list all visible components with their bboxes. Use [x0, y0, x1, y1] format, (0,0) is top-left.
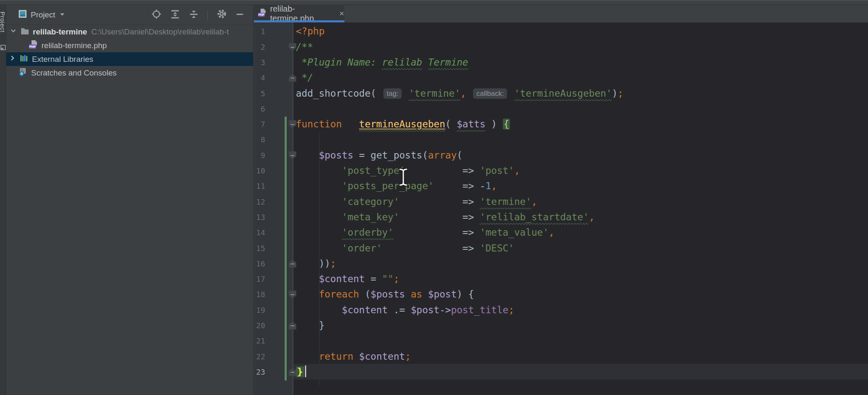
line-number[interactable]: 18	[254, 287, 265, 302]
tree-item-label: relilab-termine	[33, 27, 87, 37]
tool-window-stripe: Project	[0, 5, 6, 395]
line-number[interactable]: 16	[254, 256, 265, 271]
code-text: }	[296, 364, 306, 380]
line-number[interactable]: 15	[254, 241, 265, 256]
folder-icon	[20, 27, 29, 37]
code-line[interactable]: 8	[254, 132, 868, 147]
line-number[interactable]: 5	[254, 86, 265, 101]
line-number[interactable]: 10	[254, 163, 265, 178]
editor-tab-bar: PHP relilab-termine.php ✕	[254, 5, 868, 22]
fold-start-marker[interactable]: –	[289, 151, 296, 159]
code-line[interactable]: 21	[254, 333, 868, 349]
line-number[interactable]: 21	[254, 333, 265, 349]
line-number[interactable]: 4	[254, 70, 265, 85]
project-panel-title[interactable]: Project	[31, 10, 55, 20]
fold-start-marker[interactable]: –	[289, 120, 296, 128]
line-number[interactable]: 9	[254, 148, 265, 163]
svg-text:PHP: PHP	[258, 13, 265, 16]
code-line[interactable]: 16– ));	[254, 256, 868, 271]
chevron-down-icon[interactable]	[59, 11, 66, 19]
code-line[interactable]: 12 'category' => 'termine',	[254, 194, 868, 210]
code-line[interactable]: 23–}	[254, 364, 868, 380]
fold-start-marker[interactable]: –	[289, 290, 296, 298]
line-number[interactable]: 6	[254, 101, 265, 117]
code-line[interactable]: 10 'post_type' => 'post',	[254, 163, 868, 178]
project-tool-mini-icon[interactable]	[0, 45, 6, 50]
fold-end-marker[interactable]: –	[289, 260, 296, 268]
window-top-strip	[0, 0, 868, 5]
fold-end-marker[interactable]: –	[289, 74, 296, 82]
line-number[interactable]: 14	[254, 225, 265, 240]
settings-gear-icon[interactable]	[217, 9, 227, 21]
line-number[interactable]: 11	[254, 178, 265, 194]
code-line[interactable]: 3 *Plugin Name: relilab Termine	[254, 55, 868, 70]
code-line[interactable]: 13 'meta_key' => 'relilab_startdate',	[254, 210, 868, 225]
code-line[interactable]: 18– foreach ($posts as $post) {	[254, 287, 868, 302]
code-line[interactable]: 17 $content = "";	[254, 271, 868, 287]
code-line[interactable]: 15 'order' => 'DESC'	[254, 241, 868, 256]
code-text: $posts = get_posts(array(	[296, 148, 463, 163]
mouse-ibeam-cursor	[397, 168, 409, 188]
code-line[interactable]: 6	[254, 101, 868, 117]
project-tree: relilab-termine C:\Users\Daniel\Desktop\…	[6, 25, 253, 80]
editor-area: PHP relilab-termine.php ✕ 1<?php2–/**3 *…	[254, 5, 868, 395]
line-number[interactable]: 1	[254, 24, 265, 39]
code-line[interactable]: 19 $content .= $post->post_title;	[254, 302, 868, 318]
line-number[interactable]: 7	[254, 117, 265, 132]
code-line[interactable]: 22 return $content;	[254, 349, 868, 364]
hide-panel-icon[interactable]	[236, 10, 244, 20]
close-icon[interactable]: ✕	[339, 10, 344, 17]
code-text: function termineAusgeben( $atts ) {	[296, 117, 510, 132]
svg-text:PHP: PHP	[29, 45, 36, 49]
project-panel: Project	[6, 5, 254, 395]
line-number[interactable]: 8	[254, 132, 265, 147]
line-number[interactable]: 2	[254, 39, 265, 55]
fold-end-marker[interactable]: –	[289, 322, 296, 329]
code-line[interactable]: 7–function termineAusgeben( $atts ) {	[254, 117, 868, 132]
code-text: $content .= $post->post_title;	[296, 302, 514, 318]
chevron-expanded-icon[interactable]	[9, 26, 18, 37]
code-text: 'order' => 'DESC'	[296, 241, 514, 256]
code-text: /**	[296, 39, 313, 55]
parameter-hint: tag:	[383, 88, 402, 99]
code-line[interactable]: 14 'orderby' => 'meta_value',	[254, 225, 868, 240]
code-text: */	[296, 70, 313, 85]
editor-body[interactable]: 1<?php2–/**3 *Plugin Name: relilab Termi…	[254, 22, 868, 395]
code-line[interactable]: 11 'posts_per_page' => -1,	[254, 178, 868, 194]
code-line[interactable]: 20– }	[254, 318, 868, 333]
code-line[interactable]: 5add_shortcode( tag: 'termine', callback…	[254, 86, 868, 101]
tree-item-project-root[interactable]: relilab-termine C:\Users\Daniel\Desktop\…	[6, 25, 253, 39]
line-number[interactable]: 12	[254, 194, 265, 210]
code-text: 'orderby' => 'meta_value',	[296, 225, 554, 240]
fold-end-marker[interactable]: –	[289, 368, 296, 376]
line-number[interactable]: 22	[254, 349, 265, 364]
code-text: foreach ($posts as $post) {	[296, 287, 474, 302]
line-number[interactable]: 20	[254, 318, 265, 333]
library-icon	[20, 54, 29, 65]
code-text: 'meta_key' => 'relilab_startdate',	[296, 210, 595, 225]
chevron-collapsed-icon[interactable]	[8, 54, 17, 65]
code-text: ));	[296, 256, 336, 271]
collapse-all-icon[interactable]	[189, 9, 199, 21]
code-line[interactable]: 1<?php	[254, 24, 868, 39]
line-number[interactable]: 17	[254, 271, 265, 287]
line-number[interactable]: 23	[254, 364, 265, 380]
text-caret	[305, 366, 306, 377]
code-line[interactable]: 4– */	[254, 70, 868, 85]
project-stripe-button[interactable]: Project	[0, 12, 6, 32]
tree-item-php-file[interactable]: PHP relilab-termine.php	[6, 39, 253, 52]
line-number[interactable]: 3	[254, 55, 265, 70]
code-line[interactable]: 2–/**	[254, 39, 868, 55]
tab-relilab-termine-php[interactable]: PHP relilab-termine.php ✕	[254, 5, 344, 22]
code-line[interactable]: 9– $posts = get_posts(array(	[254, 148, 868, 163]
fold-start-marker[interactable]: –	[289, 43, 296, 51]
scratches-icon	[18, 67, 28, 79]
expand-all-icon[interactable]	[170, 9, 180, 21]
parameter-hint: callback:	[473, 88, 507, 99]
locate-icon[interactable]	[151, 9, 161, 21]
project-panel-header: Project	[6, 5, 253, 25]
tree-item-external-libraries[interactable]: External Libraries	[6, 52, 253, 66]
line-number[interactable]: 13	[254, 210, 265, 225]
tree-item-scratches[interactable]: Scratches and Consoles	[6, 66, 253, 80]
line-number[interactable]: 19	[254, 302, 265, 318]
